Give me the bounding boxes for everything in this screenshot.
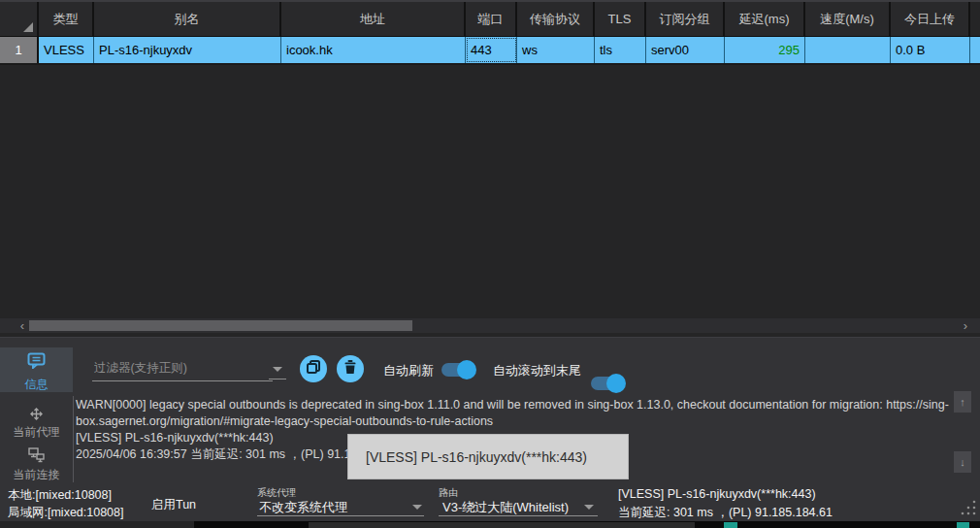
route-label: 路由 [439,486,458,500]
cell-today-upload[interactable]: 0.0 B [891,37,970,63]
auto-scroll-toggle-knob [606,374,626,393]
auto-refresh-toggle-knob [457,360,476,380]
log-scroll-up-button[interactable]: ↑ [954,391,971,412]
system-proxy-label: 系统代理 [257,486,296,500]
route-select[interactable]: V3-绕过大陆(Whitelist) [442,499,569,516]
log-scroll-down-button[interactable]: ↓ [954,451,971,473]
log-filter-input[interactable] [92,355,273,381]
trash-icon [344,360,356,378]
connections-icon [0,447,73,463]
system-proxy-dropdown-arrow-icon[interactable] [412,505,422,510]
system-proxy-select[interactable]: 不改变系统代理 [259,499,347,516]
server-table-header: 类型 别名 地址 端口 传输协议 TLS 订阅分组 延迟(ms) 速度(M/s)… [0,2,980,36]
filter-underline [269,379,286,380]
cell-speed[interactable] [805,37,891,63]
proxy-client-window: 类型 别名 地址 端口 传输协议 TLS 订阅分组 延迟(ms) 速度(M/s)… [0,0,980,528]
column-header-subscription-group[interactable]: 订阅分组 [646,2,725,36]
sidebar-item-current-proxy[interactable]: 当前代理 [0,424,73,441]
cell-tls[interactable]: tls [595,37,646,63]
column-header-transport[interactable]: 传输协议 [517,2,595,36]
taskbar-teal-accent [957,522,969,528]
taskbar-teal-accent [724,522,737,528]
lan-listen-address: 局域网:[mixed:10808] [8,505,124,521]
cell-subscription-group[interactable]: serv00 [646,37,725,63]
message-icon [0,352,73,369]
auto-refresh-toggle[interactable] [441,363,474,377]
server-table-row[interactable]: 1 VLESS PL-s16-njkuyxdv icook.hk 443 ws … [0,37,980,63]
cell-alias[interactable]: PL-s16-njkuyxdv [94,37,281,63]
scroll-right-arrow-icon[interactable]: › [959,318,972,333]
active-node-status: [VLESS] PL-s16-njkuyxdv(***hk:443) [618,487,816,501]
cell-delay[interactable]: 295 [725,37,805,63]
column-header-tls[interactable]: TLS [595,2,646,36]
copy-log-button[interactable] [300,355,327,382]
cell-address[interactable]: icook.hk [281,37,466,63]
column-header-type[interactable]: 类型 [39,2,94,36]
current-delay-status: 当前延迟: 301 ms ，(PL) 91.185.184.61 [618,505,833,521]
arrow-down-icon: ↓ [960,456,965,468]
column-header-delay[interactable]: 延迟(ms) [725,2,805,36]
resize-grip[interactable] [961,500,976,519]
filter-dropdown-arrow-icon[interactable] [273,367,282,372]
auto-refresh-label: 自动刷新 [383,362,434,380]
column-header-alias[interactable]: 别名 [94,2,281,36]
log-line: WARN[0000] legacy special outbounds is d… [76,397,949,430]
cell-type[interactable]: VLESS [39,37,94,63]
select-all-triangle-icon [23,22,33,32]
sidebar-divider [73,396,74,482]
row-bottom-line [0,63,980,65]
horizontal-scrollbar-thumb[interactable] [29,320,412,331]
column-header-address[interactable]: 地址 [281,2,466,36]
column-header-port[interactable]: 端口 [466,2,517,36]
cell-transport[interactable]: ws [517,37,595,63]
sidebar-item-current-connections[interactable]: 当前连接 [0,467,73,483]
clear-log-button[interactable] [337,355,364,382]
select-all-corner-cell[interactable] [0,2,39,36]
arrow-up-icon: ↑ [960,396,965,408]
auto-scroll-toggle[interactable] [591,377,624,390]
scroll-left-arrow-icon[interactable]: ‹ [16,318,29,333]
auto-scroll-label: 自动滚动到末尾 [493,362,581,380]
header-filler [970,2,980,36]
row-number-cell[interactable]: 1 [0,37,39,63]
node-tooltip: [VLESS] PL-s16-njkuyxdv(***hk:443) [347,434,629,479]
cell-port[interactable]: 443 [466,37,517,63]
proxy-arrows-icon [0,406,73,422]
local-listen-address: 本地:[mixed:10808] [8,487,112,504]
sidebar-item-info-label: 信息 [0,377,73,393]
column-header-speed[interactable]: 速度(M/s) [805,2,891,36]
node-tooltip-text: [VLESS] PL-s16-njkuyxdv(***hk:443) [366,449,587,465]
route-dropdown-arrow-icon[interactable] [584,505,594,510]
system-proxy-underline [257,515,424,516]
route-underline [439,515,598,516]
column-header-today-upload[interactable]: 今日上传 [891,2,970,36]
enable-tun-label: 启用Tun [151,497,196,513]
copy-icon [307,360,320,378]
row-filler [970,37,980,63]
taskbar-segment [309,522,695,528]
